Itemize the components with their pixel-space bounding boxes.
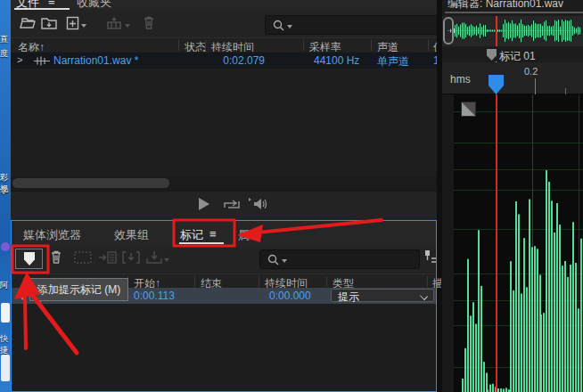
markers-search-input[interactable] (259, 249, 420, 269)
column-divider[interactable] (205, 40, 206, 51)
new-file-caret-icon[interactable] (81, 24, 86, 28)
active-tab-underline (179, 242, 224, 244)
column-divider[interactable] (259, 276, 259, 287)
desktop-text-fragment: 阿 (0, 280, 11, 291)
merge-markers-icon[interactable] (98, 250, 118, 265)
timeline-ruler[interactable]: hms 0.2 (442, 62, 583, 94)
play-icon[interactable] (199, 198, 209, 210)
audition-window: 直 度 彩视 学 阿 快捷 文件 ≡ 收藏夹 (0, 0, 583, 392)
files-search-input[interactable] (265, 15, 439, 35)
search-scope-caret-icon[interactable] (282, 259, 287, 263)
tab-properties[interactable]: 属性 (238, 227, 250, 241)
markers-tabbar: 媒体浏览器 效果组 标记 ≡ 属性 (12, 221, 436, 246)
files-panel-menu-icon[interactable]: ≡ (48, 0, 55, 8)
delete-marker-icon[interactable] (50, 249, 62, 265)
marker-flag-icon (24, 252, 35, 265)
row-expand-chevron-icon[interactable]: > (17, 54, 22, 65)
column-divider[interactable] (178, 40, 179, 51)
tab-media-browser[interactable]: 媒体浏览器 (23, 227, 81, 243)
batch-process-icon[interactable] (122, 250, 140, 265)
file-sample-rate: 44100 Hz (314, 54, 359, 67)
marker-flag-icon[interactable] (487, 49, 497, 61)
marker-duration[interactable]: 0:00.000 (269, 290, 311, 302)
file-duration: 0:02.079 (211, 54, 265, 67)
overview-playhead[interactable] (496, 16, 497, 46)
column-divider[interactable] (303, 40, 304, 51)
marker-type-value: 提示 (338, 290, 359, 305)
search-icon (267, 254, 280, 266)
tab-effects-rack[interactable]: 效果组 (114, 227, 149, 243)
import-file-icon[interactable] (41, 16, 58, 30)
ruler-minor-tick (565, 88, 566, 94)
column-divider[interactable] (427, 276, 428, 287)
hud-gain-icon[interactable] (461, 102, 476, 117)
markers-toolbar (12, 246, 436, 274)
desktop-shortcut-icon (1, 355, 10, 381)
desktop-text-fragment: 学 (0, 185, 11, 197)
ruler-major-tick (535, 78, 536, 94)
files-toolbar (11, 10, 437, 37)
waveform-editor-canvas[interactable] (442, 94, 583, 392)
main-waveform-graphic (442, 94, 583, 392)
editor-panel: 编辑器: Narration01.wav 标记 01 hms 0.2 (442, 0, 583, 392)
file-channels: 单声道 (377, 54, 409, 69)
desktop-text-fragment: 度 (0, 48, 11, 60)
export-markers-icon[interactable] (146, 250, 162, 265)
search-scope-caret-icon[interactable] (287, 25, 292, 29)
desktop-icon (1, 242, 10, 251)
marker-range-icon[interactable] (74, 251, 92, 264)
chevron-down-icon (420, 292, 428, 300)
scrollbar-thumb[interactable] (12, 178, 169, 188)
files-hscrollbar[interactable] (11, 176, 437, 191)
column-divider[interactable] (428, 40, 429, 51)
playhead-handle[interactable] (489, 75, 504, 94)
tab-markers[interactable]: 标记 (180, 227, 203, 243)
loop-playback-icon[interactable] (223, 197, 241, 212)
speaker-icon[interactable] (248, 196, 269, 212)
markers-panel: 媒体浏览器 效果组 标记 ≡ 属性 (11, 220, 437, 392)
marker-start[interactable]: 0:00.113 (134, 290, 175, 302)
title-divider (445, 12, 583, 13)
files-transport (11, 191, 437, 221)
marker-flag-icon (19, 290, 27, 300)
marker-list-view-icon[interactable] (424, 249, 436, 265)
files-tabbar: 文件 ≡ 收藏夹 (11, 0, 437, 10)
waveform-file-icon (34, 56, 50, 66)
file-name[interactable]: Narration01.wav * (53, 54, 138, 67)
open-file-icon[interactable] (20, 16, 37, 30)
desktop-background-strip: 直 度 彩视 学 阿 快捷 (0, 0, 11, 392)
column-divider[interactable] (194, 276, 195, 287)
new-file-icon[interactable] (66, 16, 79, 30)
tab-favorites[interactable]: 收藏夹 (77, 0, 111, 10)
insert-into-multitrack-icon[interactable] (107, 16, 123, 30)
overview-zoom-handle[interactable] (443, 17, 454, 45)
desktop-shortcut-icon (1, 303, 10, 323)
tooltip: 添加提示标记 (M) (29, 278, 128, 301)
ruler-tick-label: 0.2 (524, 66, 538, 77)
waveform-overview[interactable] (442, 16, 583, 46)
overview-waveform-graphic (442, 16, 583, 46)
desktop-text-fragment: 快捷 (0, 333, 11, 356)
insert-caret-icon[interactable] (125, 24, 130, 28)
export-caret-icon[interactable] (164, 258, 169, 262)
file-row[interactable]: > Narration01.wav * 0:02.079 44100 Hz 单声… (11, 53, 437, 69)
add-cue-marker-button[interactable] (15, 249, 43, 269)
markers-panel-menu-icon[interactable]: ≡ (209, 227, 217, 241)
marker-type-dropdown[interactable]: 提示 (331, 289, 434, 302)
files-list: > Narration01.wav * 0:02.079 44100 Hz 单声… (11, 52, 437, 176)
search-icon (273, 20, 285, 32)
editor-title: 编辑器: Narration01.wav (448, 0, 583, 10)
column-divider[interactable] (371, 40, 372, 51)
ruler-unit-label[interactable]: hms (450, 73, 471, 86)
editor-title-text: 编辑器: Narration01.wav (448, 0, 583, 10)
files-panel: 文件 ≡ 收藏夹 (11, 0, 437, 220)
desktop-text-fragment: 直 (0, 34, 11, 45)
files-trash-icon[interactable] (143, 15, 155, 30)
column-divider[interactable] (326, 276, 327, 287)
editor-playhead[interactable] (496, 94, 497, 392)
